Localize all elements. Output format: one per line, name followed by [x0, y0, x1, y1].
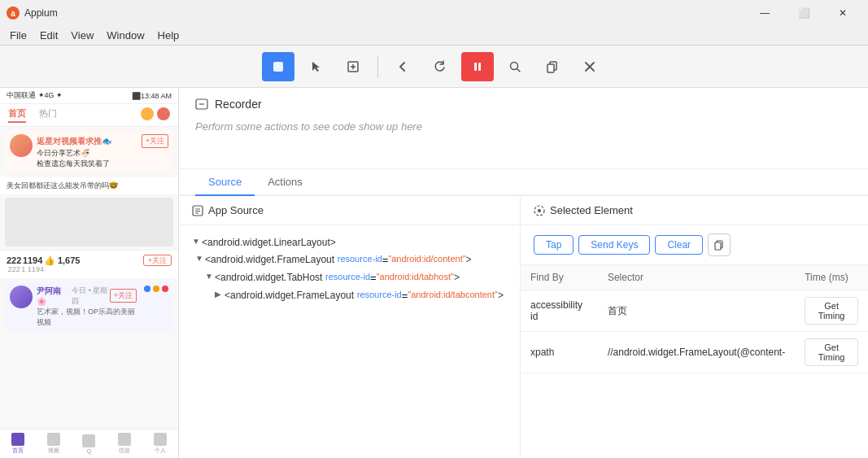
tab-actions[interactable]: Actions — [255, 169, 316, 196]
social-subtitle-2: 今日 • 星期四 — [72, 286, 110, 307]
svg-rect-5 — [478, 63, 481, 71]
svg-point-19 — [538, 209, 541, 212]
main-area: 中国联通 ✦4G ✦ ⬛13:48 AM 首页 热门 返星对视频看求推🐟 + — [0, 88, 868, 458]
svg-line-7 — [517, 68, 521, 72]
nav-home-icon — [11, 433, 24, 446]
tree-row-tabcontent[interactable]: ▶ <android.widget.FrameLayout resource-i… — [179, 287, 520, 305]
nav-profile-icon — [154, 433, 167, 446]
svg-rect-4 — [474, 63, 477, 71]
refresh-button[interactable] — [424, 52, 456, 81]
nav-profile[interactable]: 个人 — [154, 433, 167, 455]
get-timing-button-2[interactable]: Get Timing — [805, 338, 858, 366]
element-actions: Tap Send Keys Clear — [521, 225, 868, 265]
back-button[interactable] — [386, 52, 419, 81]
menu-view[interactable]: View — [64, 28, 100, 43]
tree-toggle-3[interactable]: ▼ — [205, 271, 215, 282]
status-right: ⬛13:48 AM — [132, 92, 172, 100]
nav-messages[interactable]: 信息 — [118, 433, 131, 455]
social-name-2: 尹阿南 🌸 — [37, 286, 68, 306]
nav-search[interactable]: Q — [82, 434, 95, 454]
follow-button[interactable]: +关注 — [142, 134, 168, 148]
table-row-accessibility: accessibility id 首页 Get Timing — [521, 290, 868, 332]
tree-tag-3: <android.widget.TabHost — [215, 271, 322, 285]
phone-tab-home[interactable]: 首页 — [8, 107, 26, 123]
tab-source[interactable]: Source — [195, 169, 255, 196]
stat-followers: 1194 1 1194 — [21, 255, 44, 273]
stat-likes: 222 222 — [7, 255, 21, 273]
source-selected-row: App Source ▼ <android.widget.LinearLayou… — [179, 196, 868, 458]
col-time: Time (ms) — [795, 265, 868, 290]
nav-home[interactable]: 首页 — [11, 433, 24, 455]
tree-tag-4: <android.widget.FrameLayout — [225, 289, 354, 303]
pointer-button[interactable] — [299, 52, 332, 81]
phone-status-bar: 中国联通 ✦4G ✦ ⬛13:48 AM — [0, 88, 178, 104]
expand-button[interactable] — [337, 52, 369, 81]
menu-help[interactable]: Help — [151, 28, 186, 43]
tree-row-tabhost[interactable]: ▼ <android.widget.TabHost resource-id = … — [179, 269, 520, 287]
copy-toolbar-button[interactable] — [536, 52, 569, 81]
record-button[interactable] — [262, 52, 294, 81]
stats-row: 222 222 1194 1 1194 👍 1,675 +关注 — [0, 250, 178, 278]
close-button[interactable]: ✕ — [824, 0, 861, 26]
phone-screen: 中国联通 ✦4G ✦ ⬛13:48 AM 首页 热门 返星对视频看求推🐟 + — [0, 88, 178, 458]
nav-video-icon — [47, 433, 60, 446]
feed-image — [5, 198, 173, 246]
menu-bar: File Edit View Window Help — [0, 26, 868, 46]
tree-toggle-2[interactable]: ▼ — [195, 253, 205, 264]
send-keys-button[interactable]: Send Keys — [578, 235, 650, 255]
cell-find-by-2: xpath — [521, 332, 598, 373]
minimize-button[interactable]: — — [746, 0, 783, 26]
get-timing-button-1[interactable]: Get Timing — [805, 297, 858, 325]
selected-element-panel: Selected Element Tap Send Keys Clear — [521, 196, 868, 458]
tree-toggle-4[interactable]: ▶ — [215, 289, 225, 300]
svg-rect-9 — [547, 64, 554, 72]
stat-hearts: 👍 1,675 — [44, 255, 81, 273]
recorder-title: Recorder — [215, 98, 262, 111]
tree-row-linearlayout[interactable]: ▼ <android.widget.LinearLayout> — [179, 234, 520, 251]
social-role: 艺术家，视频！OP乐高的美丽视频 — [37, 307, 137, 328]
app-title: Appium — [24, 7, 58, 19]
phone-icon2 — [157, 107, 170, 120]
stat-follow[interactable]: +关注 — [143, 255, 172, 273]
app-source-header: App Source — [179, 196, 520, 225]
cell-timing-2: Get Timing — [795, 332, 868, 373]
svg-rect-0 — [273, 62, 283, 72]
source-tree[interactable]: ▼ <android.widget.LinearLayout> ▼ <andro… — [179, 225, 520, 458]
menu-window[interactable]: Window — [100, 28, 150, 43]
clear-button[interactable]: Clear — [655, 235, 703, 255]
tabs-row: Source Actions — [179, 169, 868, 196]
toolbar — [0, 46, 868, 88]
tree-tag-2: <android.widget.FrameLayout — [205, 253, 334, 267]
social-avatar-2 — [10, 286, 33, 308]
cell-selector-2: //android.widget.FrameLayout(@content- — [598, 332, 795, 373]
pause-button[interactable] — [461, 52, 494, 81]
menu-file[interactable]: File — [3, 28, 33, 43]
selected-element-title: Selected Element — [550, 204, 633, 216]
copy-element-button[interactable] — [708, 233, 731, 256]
feed-text: 美女回都都还这么能发吊带的吗🤓 — [7, 181, 172, 191]
social-dots — [144, 286, 168, 292]
menu-edit[interactable]: Edit — [33, 28, 64, 43]
status-left: 中国联通 ✦4G ✦ — [7, 90, 63, 101]
cell-selector-1: 首页 — [598, 290, 795, 332]
tap-button[interactable]: Tap — [534, 235, 574, 255]
restore-button[interactable]: ⬜ — [785, 0, 822, 26]
social-subtext: 检查遗忘每天我笑着了 — [37, 159, 168, 169]
tree-toggle-1[interactable]: ▼ — [192, 236, 202, 247]
svg-rect-21 — [715, 242, 721, 250]
phone-bottom-bar: 首页 视频 Q 信息 个人 — [0, 429, 178, 458]
recorder-placeholder: Perform some actions to see code show up… — [195, 120, 852, 133]
tree-attr-3: resource-id — [325, 271, 370, 283]
col-selector: Selector — [598, 265, 795, 290]
selected-icon — [534, 205, 545, 216]
selected-element-header: Selected Element — [521, 196, 868, 225]
search-button[interactable] — [499, 52, 531, 81]
close-session-button[interactable] — [574, 52, 606, 81]
follow-button-2[interactable]: +关注 — [110, 289, 137, 303]
phone-tab-hot[interactable]: 热门 — [39, 107, 57, 123]
tree-row-framelayout[interactable]: ▼ <android.widget.FrameLayout resource-i… — [179, 251, 520, 269]
cell-timing-1: Get Timing — [795, 290, 868, 332]
phone-icon1 — [141, 107, 154, 120]
tree-attr-val-2: "android:id/content" — [388, 253, 465, 265]
nav-video[interactable]: 视频 — [47, 433, 60, 455]
